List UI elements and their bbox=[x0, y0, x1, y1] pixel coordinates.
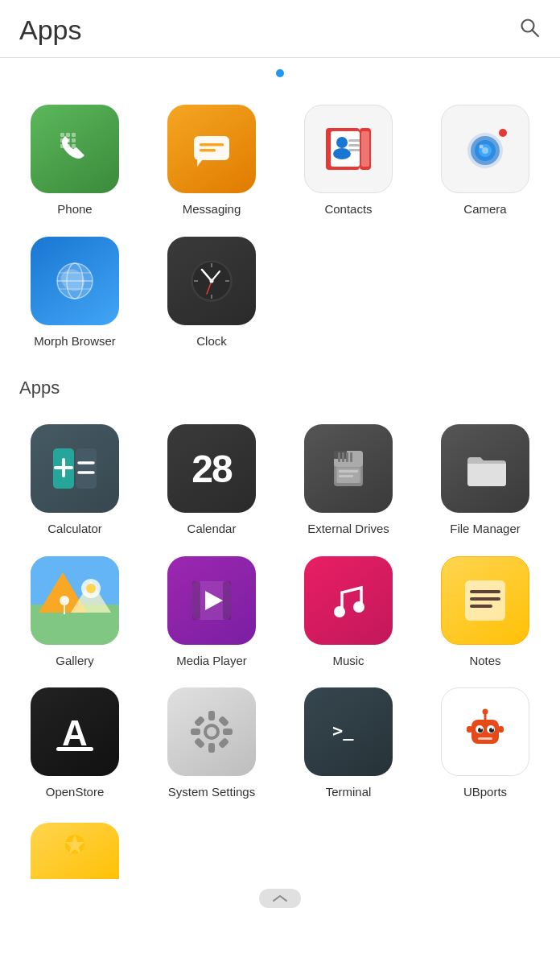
app-label-clock: Clock bbox=[196, 333, 227, 349]
svg-point-76 bbox=[353, 601, 364, 613]
svg-rect-2 bbox=[60, 133, 64, 137]
svg-point-98 bbox=[489, 728, 494, 733]
partial-icon bbox=[31, 823, 119, 879]
app-label-systemsettings: System Settings bbox=[168, 784, 255, 800]
svg-point-97 bbox=[478, 728, 483, 733]
svg-rect-10 bbox=[72, 144, 76, 148]
app-label-notes: Notes bbox=[469, 653, 500, 669]
app-item-contacts[interactable]: Contacts bbox=[280, 97, 417, 229]
externaldrives-icon bbox=[304, 424, 393, 513]
svg-rect-92 bbox=[218, 737, 229, 749]
calculator-icon bbox=[31, 424, 119, 513]
app-label-filemanager: File Manager bbox=[450, 521, 521, 537]
svg-point-84 bbox=[207, 727, 216, 737]
svg-rect-89 bbox=[194, 716, 205, 727]
svg-marker-14 bbox=[197, 160, 202, 167]
app-item-camera[interactable]: Camera bbox=[417, 97, 554, 229]
svg-rect-21 bbox=[348, 149, 361, 151]
svg-rect-72 bbox=[192, 581, 200, 620]
svg-rect-62 bbox=[337, 469, 360, 483]
app-label-music: Music bbox=[332, 653, 364, 669]
svg-point-29 bbox=[480, 145, 484, 149]
page-indicator bbox=[0, 58, 560, 84]
svg-rect-88 bbox=[223, 729, 233, 735]
bottom-chevron[interactable] bbox=[259, 889, 301, 908]
app-label-gallery: Gallery bbox=[56, 653, 94, 669]
svg-rect-57 bbox=[346, 452, 348, 462]
svg-rect-104 bbox=[467, 726, 472, 733]
svg-point-75 bbox=[334, 606, 345, 617]
app-label-calendar: Calendar bbox=[187, 521, 237, 537]
calendar-day: 28 bbox=[191, 447, 231, 491]
app-item-morphbrowser[interactable]: Morph Browser bbox=[6, 229, 143, 361]
app-header: Apps bbox=[0, 0, 560, 58]
app-item-phone[interactable]: Phone bbox=[6, 97, 143, 229]
svg-rect-101 bbox=[478, 737, 492, 740]
morphbrowser-icon bbox=[31, 237, 119, 325]
mediaplayer-icon bbox=[167, 556, 256, 645]
gallery-icon bbox=[31, 556, 119, 645]
svg-rect-91 bbox=[194, 737, 205, 749]
svg-rect-90 bbox=[218, 716, 229, 727]
svg-rect-12 bbox=[200, 143, 224, 147]
app-label-messaging: Messaging bbox=[183, 201, 241, 217]
app-item-messaging[interactable]: Messaging bbox=[143, 97, 280, 229]
svg-point-45 bbox=[210, 279, 214, 283]
svg-rect-87 bbox=[191, 729, 200, 735]
app-item-notes[interactable]: Notes bbox=[417, 548, 554, 680]
app-item-mediaplayer[interactable]: Media Player bbox=[143, 548, 280, 680]
svg-line-1 bbox=[533, 31, 539, 37]
systemsettings-icon bbox=[167, 687, 256, 776]
svg-point-28 bbox=[482, 147, 488, 154]
openstore-icon: A bbox=[31, 687, 119, 776]
clock-icon bbox=[167, 237, 256, 325]
svg-rect-47 bbox=[76, 448, 97, 489]
svg-rect-55 bbox=[338, 452, 340, 462]
svg-text:A: A bbox=[62, 713, 88, 753]
phone-icon bbox=[31, 105, 119, 193]
notes-icon bbox=[441, 556, 529, 645]
contacts-icon bbox=[304, 105, 393, 193]
app-item-systemsettings[interactable]: System Settings bbox=[143, 679, 280, 811]
core-apps-grid: Phone Messaging bbox=[0, 84, 560, 363]
app-item-calendar[interactable]: 28 Calendar bbox=[143, 416, 280, 548]
app-item-externaldrives[interactable]: External Drives bbox=[280, 416, 417, 548]
svg-rect-20 bbox=[348, 144, 360, 147]
search-icon[interactable] bbox=[518, 16, 541, 44]
app-item-openstore[interactable]: A OpenStore bbox=[6, 679, 143, 811]
svg-point-100 bbox=[492, 728, 493, 729]
app-label-openstore: OpenStore bbox=[46, 784, 105, 800]
page-dot-active bbox=[276, 69, 284, 77]
svg-text:>_: >_ bbox=[332, 720, 354, 741]
app-label-mediaplayer: Media Player bbox=[176, 653, 247, 669]
svg-point-103 bbox=[483, 709, 488, 715]
svg-rect-58 bbox=[350, 452, 352, 462]
app-item-calculator[interactable]: Calculator bbox=[6, 416, 143, 548]
svg-rect-13 bbox=[200, 149, 216, 152]
app-item-partial[interactable] bbox=[6, 815, 143, 882]
svg-rect-11 bbox=[194, 136, 229, 160]
camera-icon bbox=[441, 105, 529, 193]
music-icon bbox=[304, 556, 393, 645]
svg-point-99 bbox=[480, 728, 482, 729]
app-item-gallery[interactable]: Gallery bbox=[6, 548, 143, 680]
svg-rect-86 bbox=[208, 743, 215, 753]
app-label-contacts: Contacts bbox=[324, 201, 372, 217]
app-item-terminal[interactable]: >_ Terminal bbox=[280, 679, 417, 811]
app-item-filemanager[interactable]: File Manager bbox=[417, 416, 554, 548]
messaging-icon bbox=[167, 105, 256, 193]
svg-rect-85 bbox=[208, 711, 215, 720]
app-item-music[interactable]: Music bbox=[280, 548, 417, 680]
svg-rect-73 bbox=[223, 581, 231, 620]
app-label-morphbrowser: Morph Browser bbox=[34, 333, 116, 349]
app-label-ubports: UBports bbox=[463, 784, 507, 800]
svg-rect-56 bbox=[342, 452, 344, 462]
ubports-icon bbox=[441, 687, 529, 776]
app-item-ubports[interactable]: UBports bbox=[417, 679, 554, 811]
calendar-icon: 28 bbox=[167, 424, 256, 513]
terminal-icon: >_ bbox=[304, 687, 393, 776]
partial-apps-row bbox=[0, 815, 560, 882]
bottom-bar bbox=[0, 882, 560, 911]
app-item-clock[interactable]: Clock bbox=[143, 229, 280, 361]
app-label-calculator: Calculator bbox=[47, 521, 102, 537]
